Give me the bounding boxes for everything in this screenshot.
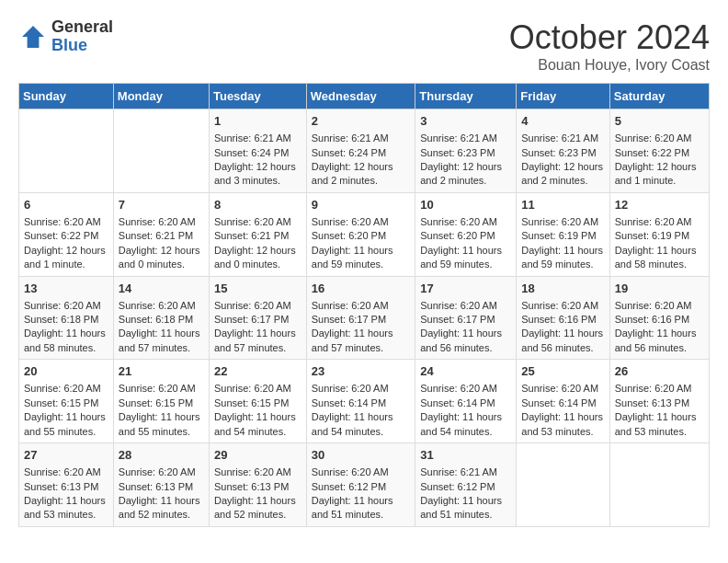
calendar-cell: 28Sunrise: 6:20 AMSunset: 6:13 PMDayligh… (113, 443, 209, 527)
day-number: 13 (24, 281, 108, 297)
cell-content-line: Daylight: 11 hours and 53 minutes. (615, 410, 704, 439)
cell-content-line: Daylight: 11 hours and 54 minutes. (312, 410, 410, 439)
cell-content-line: Sunrise: 6:20 AM (24, 465, 108, 479)
cell-content-line: Sunrise: 6:20 AM (214, 215, 301, 229)
calendar-cell: 1Sunrise: 6:21 AMSunset: 6:24 PMDaylight… (209, 109, 306, 193)
cell-content-line: Sunrise: 6:20 AM (214, 465, 301, 479)
day-number: 22 (214, 363, 301, 380)
day-number: 29 (214, 447, 301, 464)
cell-content-line: Daylight: 11 hours and 52 minutes. (119, 494, 204, 523)
calendar-cell (517, 443, 609, 527)
cell-content-line: Daylight: 11 hours and 59 minutes. (420, 244, 511, 272)
cell-content-line: Daylight: 11 hours and 53 minutes. (24, 494, 108, 523)
cell-content-line: Sunset: 6:18 PM (24, 313, 108, 327)
cell-content-line: Sunset: 6:21 PM (214, 229, 301, 243)
cell-content-line: Sunset: 6:22 PM (615, 146, 704, 160)
cell-content-line: Daylight: 11 hours and 51 minutes. (420, 494, 511, 523)
cell-content-line: Daylight: 11 hours and 56 minutes. (420, 327, 511, 355)
day-number: 26 (615, 363, 704, 380)
cell-content-line: Sunrise: 6:20 AM (119, 382, 204, 396)
cell-content-line: Sunrise: 6:20 AM (24, 215, 108, 229)
cell-content-line: Daylight: 11 hours and 57 minutes. (119, 327, 204, 355)
cell-content-line: Sunrise: 6:20 AM (119, 465, 204, 479)
calendar-week-row: 13Sunrise: 6:20 AMSunset: 6:18 PMDayligh… (19, 276, 710, 360)
day-number: 8 (214, 197, 301, 213)
cell-content-line: Daylight: 12 hours and 2 minutes. (420, 160, 511, 189)
cell-content-line: Sunrise: 6:21 AM (312, 132, 410, 145)
cell-content-line: Daylight: 11 hours and 56 minutes. (521, 327, 604, 355)
calendar-week-row: 27Sunrise: 6:20 AMSunset: 6:13 PMDayligh… (19, 443, 710, 527)
cell-content-line: Daylight: 12 hours and 2 minutes. (521, 160, 604, 189)
header-monday: Monday (113, 84, 209, 109)
day-number: 14 (119, 281, 204, 297)
cell-content-line: Sunrise: 6:20 AM (119, 299, 204, 313)
cell-content-line: Sunset: 6:24 PM (312, 146, 410, 160)
calendar-cell: 7Sunrise: 6:20 AMSunset: 6:21 PMDaylight… (113, 192, 209, 276)
cell-content-line: Daylight: 11 hours and 55 minutes. (24, 410, 108, 439)
cell-content-line: Sunrise: 6:20 AM (521, 382, 604, 396)
calendar-cell: 5Sunrise: 6:20 AMSunset: 6:22 PMDaylight… (609, 109, 709, 193)
cell-content-line: Daylight: 11 hours and 52 minutes. (214, 494, 301, 523)
cell-content-line: Sunset: 6:17 PM (214, 313, 301, 327)
day-number: 6 (24, 197, 108, 213)
cell-content-line: Sunset: 6:13 PM (214, 480, 301, 494)
cell-content-line: Sunrise: 6:20 AM (615, 215, 704, 229)
calendar-cell: 29Sunrise: 6:20 AMSunset: 6:13 PMDayligh… (209, 443, 306, 527)
day-number: 7 (119, 197, 204, 213)
cell-content-line: Sunrise: 6:20 AM (420, 215, 511, 229)
calendar-cell (19, 109, 114, 193)
calendar-cell: 27Sunrise: 6:20 AMSunset: 6:13 PMDayligh… (19, 443, 114, 527)
cell-content-line: Sunrise: 6:20 AM (312, 215, 410, 229)
calendar-cell (609, 443, 709, 527)
logo-text: General Blue (51, 18, 113, 55)
cell-content-line: Daylight: 12 hours and 0 minutes. (119, 244, 204, 272)
calendar-cell: 14Sunrise: 6:20 AMSunset: 6:18 PMDayligh… (113, 276, 209, 360)
calendar-week-row: 1Sunrise: 6:21 AMSunset: 6:24 PMDaylight… (19, 109, 710, 193)
cell-content-line: Sunset: 6:20 PM (312, 229, 410, 243)
calendar-cell: 2Sunrise: 6:21 AMSunset: 6:24 PMDaylight… (306, 109, 415, 193)
cell-content-line: Sunset: 6:22 PM (24, 229, 108, 243)
header-tuesday: Tuesday (209, 84, 306, 109)
header-wednesday: Wednesday (306, 84, 415, 109)
cell-content-line: Sunrise: 6:20 AM (615, 299, 704, 313)
cell-content-line: Daylight: 12 hours and 1 minute. (615, 160, 704, 189)
cell-content-line: Daylight: 11 hours and 53 minutes. (521, 410, 604, 439)
day-number: 5 (615, 113, 704, 130)
cell-content-line: Daylight: 11 hours and 58 minutes. (615, 244, 704, 272)
calendar-week-row: 20Sunrise: 6:20 AMSunset: 6:15 PMDayligh… (19, 360, 710, 443)
cell-content-line: Sunrise: 6:20 AM (119, 215, 204, 229)
day-number: 21 (119, 363, 204, 380)
cell-content-line: Sunset: 6:13 PM (615, 396, 704, 410)
calendar-cell: 23Sunrise: 6:20 AMSunset: 6:14 PMDayligh… (306, 360, 415, 443)
logo-blue: Blue (51, 37, 113, 55)
day-number: 3 (420, 113, 511, 130)
day-number: 4 (521, 113, 604, 130)
cell-content-line: Sunrise: 6:20 AM (312, 299, 410, 313)
cell-content-line: Sunrise: 6:21 AM (420, 132, 511, 145)
calendar-cell: 11Sunrise: 6:20 AMSunset: 6:19 PMDayligh… (517, 192, 609, 276)
cell-content-line: Sunset: 6:21 PM (119, 229, 204, 243)
cell-content-line: Sunrise: 6:20 AM (615, 132, 704, 145)
calendar-cell: 6Sunrise: 6:20 AMSunset: 6:22 PMDaylight… (19, 192, 114, 276)
day-number: 23 (312, 363, 410, 380)
calendar-cell: 17Sunrise: 6:20 AMSunset: 6:17 PMDayligh… (415, 276, 517, 360)
calendar-cell: 9Sunrise: 6:20 AMSunset: 6:20 PMDaylight… (306, 192, 415, 276)
cell-content-line: Sunrise: 6:20 AM (420, 382, 511, 396)
calendar-table: SundayMondayTuesdayWednesdayThursdayFrid… (18, 83, 710, 527)
day-number: 27 (24, 447, 108, 464)
cell-content-line: Daylight: 11 hours and 59 minutes. (312, 244, 410, 272)
day-number: 18 (521, 281, 604, 297)
cell-content-line: Sunset: 6:24 PM (214, 146, 301, 160)
calendar-cell: 20Sunrise: 6:20 AMSunset: 6:15 PMDayligh… (19, 360, 114, 443)
calendar-cell: 12Sunrise: 6:20 AMSunset: 6:19 PMDayligh… (609, 192, 709, 276)
logo-general: General (51, 18, 113, 37)
day-number: 17 (420, 281, 511, 297)
cell-content-line: Sunrise: 6:20 AM (214, 382, 301, 396)
cell-content-line: Daylight: 11 hours and 54 minutes. (420, 410, 511, 439)
cell-content-line: Sunset: 6:16 PM (615, 313, 704, 327)
cell-content-line: Daylight: 11 hours and 58 minutes. (24, 327, 108, 355)
calendar-cell: 31Sunrise: 6:21 AMSunset: 6:12 PMDayligh… (415, 443, 517, 527)
calendar-cell: 25Sunrise: 6:20 AMSunset: 6:14 PMDayligh… (517, 360, 609, 443)
calendar-cell: 18Sunrise: 6:20 AMSunset: 6:16 PMDayligh… (517, 276, 609, 360)
calendar-cell: 13Sunrise: 6:20 AMSunset: 6:18 PMDayligh… (19, 276, 114, 360)
